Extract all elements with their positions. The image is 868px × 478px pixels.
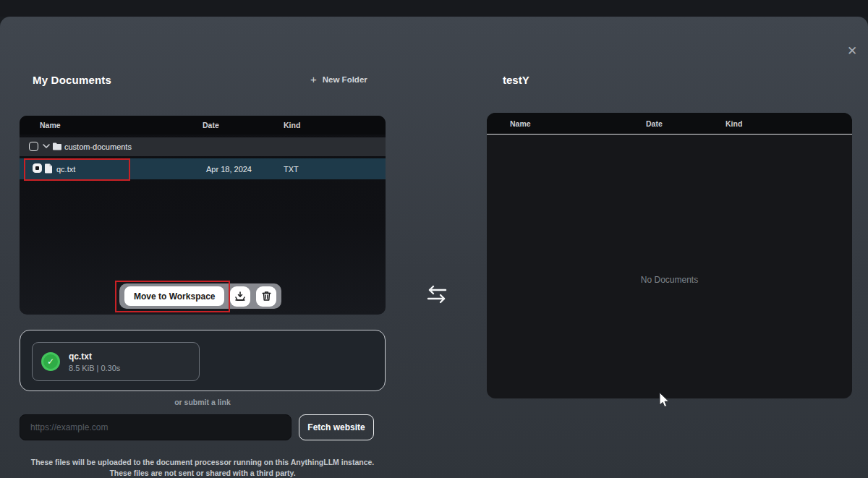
new-folder-label: New Folder [323,75,367,84]
disclaimer-line-2: These files are not sent or shared with … [12,468,393,478]
column-header-name: Name [40,121,61,129]
new-folder-button[interactable]: + New Folder [310,73,367,85]
file-kind: TXT [284,165,299,174]
folder-icon [52,142,62,151]
download-tray-icon [234,291,246,302]
workspace-table-header: Name Date Kind [487,113,852,135]
table-row-file[interactable]: qc.txt Apr 18, 2024 TXT [20,158,386,179]
disclaimer-line-1: These files will be uploaded to the docu… [12,457,393,468]
table-row-folder[interactable]: custom-documents [20,137,386,156]
workspace-documents-table: Name Date Kind No Documents [487,113,852,398]
plus-icon: + [310,73,317,85]
upload-dropzone[interactable]: ✓ qc.txt 8.5 KiB | 0.30s [20,330,386,391]
upload-success-icon: ✓ [41,352,60,371]
file-icon [44,163,53,174]
file-date: Apr 18, 2024 [206,165,252,174]
upload-disclaimer: These files will be uploaded to the docu… [12,457,393,478]
fetch-website-button[interactable]: Fetch website [299,414,374,440]
ws-column-header-kind: Kind [726,119,742,128]
selection-action-bar: Move to Workspace [119,283,281,309]
folder-checkbox[interactable] [29,142,38,151]
background-top-strip [0,0,868,17]
column-header-kind: Kind [284,121,300,129]
file-checkbox[interactable] [33,163,42,173]
ws-column-header-name: Name [510,119,531,128]
file-name: qc.txt [56,165,75,174]
move-to-workspace-button[interactable]: Move to Workspace [124,286,224,306]
no-documents-label: No Documents [487,275,852,285]
move-to-folder-button[interactable] [230,286,250,307]
mouse-cursor [658,392,671,409]
close-icon[interactable]: ✕ [843,43,861,60]
chevron-down-icon[interactable] [42,142,51,150]
column-header-date: Date [203,121,219,129]
table-header: Name Date Kind [20,116,386,135]
page-title-my-documents: My Documents [33,74,111,86]
uploaded-file-card[interactable]: ✓ qc.txt 8.5 KiB | 0.30s [32,342,200,381]
document-manager-screen: ✕ My Documents testY + New Folder Name D… [0,0,868,478]
uploaded-file-meta: 8.5 KiB | 0.30s [69,364,120,372]
folder-name: custom-documents [64,142,132,151]
trash-icon [261,291,272,302]
document-manager-modal: ✕ My Documents testY + New Folder Name D… [0,17,868,478]
ws-column-header-date: Date [646,119,663,128]
delete-button[interactable] [256,286,276,307]
or-submit-link-label: or submit a link [20,398,386,406]
uploaded-file-name: qc.txt [69,351,120,362]
transfer-arrows-icon [425,282,448,305]
link-url-input[interactable] [20,414,292,440]
workspace-title: testY [503,74,529,86]
